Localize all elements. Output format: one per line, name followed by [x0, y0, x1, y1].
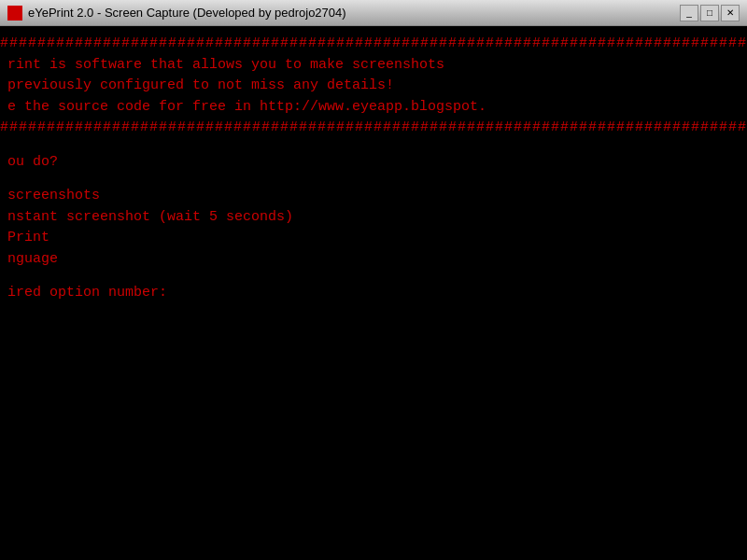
terminal: ########################################… [0, 26, 747, 560]
source-line: e the source code for free in http://www… [0, 97, 747, 119]
hash-line-bottom: ########################################… [0, 118, 747, 139]
option-1: screenshots [0, 186, 747, 207]
hash-line-top: ########################################… [0, 34, 747, 55]
maximize-button[interactable]: □ [700, 5, 719, 21]
minimize-button[interactable]: _ [680, 5, 698, 21]
option-3: Print [0, 228, 747, 249]
title-bar-icon [7, 6, 22, 21]
desc-line-1: rint is software that allows you to make… [0, 55, 747, 77]
title-bar: eYePrint 2.0 - Screen Capture (Developed… [0, 0, 747, 26]
input-prompt[interactable]: ired option number: [0, 283, 747, 304]
desc-line-2: previously configured to not miss any de… [0, 76, 747, 97]
prompt-question: ou do? [0, 152, 747, 174]
close-button[interactable]: ✕ [721, 5, 740, 21]
option-4: nguage [0, 249, 747, 271]
option-2: nstant screenshot (wait 5 seconds) [0, 207, 747, 229]
title-text: eYePrint 2.0 - Screen Capture (Developed… [28, 6, 680, 20]
